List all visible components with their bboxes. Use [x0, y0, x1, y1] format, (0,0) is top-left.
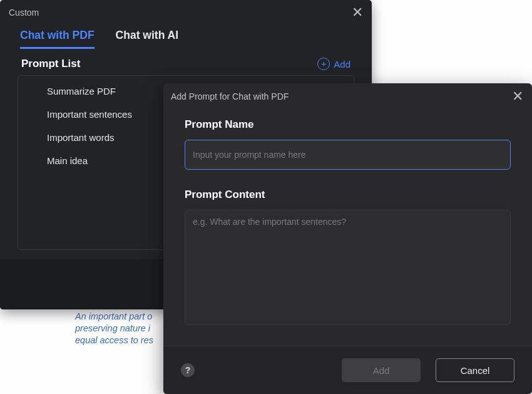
add-prompt-dialog: Add Prompt for Chat with PDF ✕ Prompt Na… [163, 83, 532, 394]
cancel-button[interactable]: Cancel [436, 358, 514, 382]
dialog-header: Add Prompt for Chat with PDF ✕ [163, 83, 532, 110]
tab-chat-with-ai[interactable]: Chat with AI [116, 29, 178, 49]
plus-circle-icon: + [317, 58, 330, 70]
prompt-name-label: Prompt Name [185, 118, 511, 131]
custom-panel-header: Custom ✕ [0, 0, 372, 25]
dialog-title: Add Prompt for Chat with PDF [171, 91, 289, 101]
help-icon[interactable]: ? [181, 363, 195, 377]
prompt-list-title: Prompt List [21, 58, 80, 70]
tab-bar: Chat with PDF Chat with AI [0, 25, 372, 49]
close-icon[interactable]: ✕ [352, 6, 363, 19]
dialog-footer: ? Add Cancel [163, 346, 532, 394]
custom-panel-title: Custom [9, 8, 39, 18]
prompt-name-input[interactable] [185, 140, 511, 170]
add-button[interactable]: Add [342, 358, 421, 382]
tab-chat-with-pdf[interactable]: Chat with PDF [20, 29, 95, 49]
dialog-body: Prompt Name Prompt Content [163, 110, 532, 346]
add-prompt-button[interactable]: + Add [317, 58, 350, 70]
close-icon[interactable]: ✕ [512, 90, 523, 103]
prompt-content-label: Prompt Content [185, 189, 511, 201]
prompt-list-header: Prompt List + Add [0, 49, 372, 75]
prompt-content-textarea[interactable] [185, 210, 511, 325]
add-label: Add [334, 59, 350, 70]
